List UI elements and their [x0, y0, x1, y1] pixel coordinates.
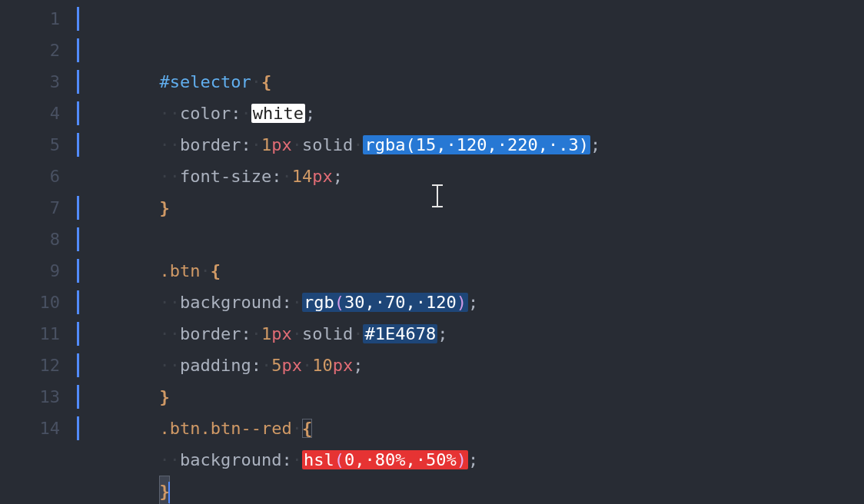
- code-area[interactable]: #selector·{ ··color:·white; ··border:·1p…: [77, 3, 864, 504]
- line-number: 8: [0, 224, 60, 255]
- code-line[interactable]: ··border:·1px·solid·#1E4678;: [77, 255, 864, 287]
- code-line[interactable]: ··color:·white;: [77, 35, 864, 66]
- line-number: 13: [0, 381, 60, 413]
- caret: [168, 482, 170, 503]
- line-number: 10: [0, 287, 60, 318]
- fold-indicator: [77, 290, 79, 314]
- line-number-gutter: 1 2 3 4 5 6 7 8 9 10 11 12 13 14: [0, 3, 77, 504]
- code-line[interactable]: .btn·{: [77, 192, 864, 224]
- line-number: 7: [0, 192, 60, 224]
- fold-indicator: [77, 101, 79, 125]
- line-number: 5: [0, 129, 60, 161]
- fold-indicator: [77, 7, 79, 31]
- css-property: background: [180, 450, 281, 469]
- code-editor[interactable]: 1 2 3 4 5 6 7 8 9 10 11 12 13 14 #select…: [0, 0, 864, 504]
- fold-indicator: [77, 196, 79, 220]
- fold-indicator: [77, 353, 79, 377]
- code-line[interactable]: }: [77, 413, 864, 444]
- code-line[interactable]: ··background:·hsl(0,·80%,·50%);: [77, 381, 864, 413]
- code-line[interactable]: }: [77, 318, 864, 350]
- code-line[interactable]: .btn.btn--red·{: [77, 350, 864, 381]
- line-number: 1: [0, 3, 60, 35]
- code-line[interactable]: ··background:·rgb(30,·70,·120);: [77, 224, 864, 255]
- code-line[interactable]: ··padding:·5px·10px;: [77, 287, 864, 318]
- line-number: 4: [0, 98, 60, 129]
- fold-indicator: [77, 227, 79, 251]
- code-line[interactable]: #selector·{: [77, 3, 864, 35]
- line-number: 12: [0, 350, 60, 381]
- fold-indicator: [77, 322, 79, 346]
- fold-indicator: [77, 259, 79, 283]
- fold-indicator: [77, 385, 79, 409]
- line-number: 3: [0, 66, 60, 98]
- line-number: 9: [0, 255, 60, 287]
- fold-indicator: [77, 133, 79, 157]
- fold-indicator: [77, 416, 79, 440]
- fold-indicator: [77, 70, 79, 94]
- line-number: 11: [0, 318, 60, 350]
- code-line[interactable]: ··border:·1px·solid·rgba(15,·120,·220,·.…: [77, 66, 864, 98]
- code-line[interactable]: ··font-size:·14px;: [77, 98, 864, 129]
- line-number: 2: [0, 35, 60, 66]
- line-number: 6: [0, 161, 60, 192]
- code-line[interactable]: }: [77, 129, 864, 161]
- line-number: 14: [0, 413, 60, 444]
- fold-indicator: [77, 38, 79, 62]
- color-swatch-hsl[interactable]: hsl(0,·80%,·50%): [302, 450, 468, 469]
- code-line[interactable]: [77, 161, 864, 192]
